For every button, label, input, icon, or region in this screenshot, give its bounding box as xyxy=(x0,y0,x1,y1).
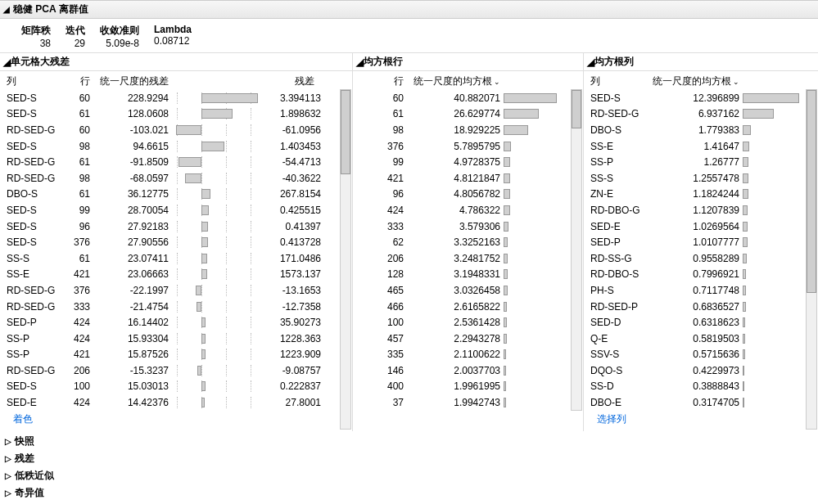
table-row[interactable]: SED-P1.0107777 xyxy=(590,234,815,250)
scrollbar-b[interactable] xyxy=(571,89,582,411)
table-row[interactable]: RD-SED-G61-91.8509-54.4713 xyxy=(7,154,349,170)
table-row[interactable]: RD-SED-G98-68.0597-40.3622 xyxy=(7,170,349,187)
table-row[interactable]: 3333.579306 xyxy=(359,218,580,235)
table-row[interactable]: SED-E1.0269564 xyxy=(590,218,815,235)
value-cell: 4.786322 xyxy=(404,205,500,216)
table-row[interactable]: SSV-S0.5715636 xyxy=(590,347,815,363)
select-cols-link[interactable]: 选择列 xyxy=(590,411,815,430)
table-row[interactable]: 1002.5361428 xyxy=(359,314,580,331)
bar-cell xyxy=(743,124,802,136)
bar-cell xyxy=(743,349,802,360)
col-cell: RD-SS-G xyxy=(590,253,646,264)
table-row[interactable]: 3765.7895795 xyxy=(359,138,580,155)
table-row[interactable]: 1283.1948331 xyxy=(359,267,580,283)
table-row[interactable]: RD-SED-G6.937162 xyxy=(590,106,815,123)
color-link[interactable]: 着色 xyxy=(7,411,349,430)
colA-h1[interactable]: 列 xyxy=(7,74,57,88)
table-row[interactable]: RD-SED-P0.6836527 xyxy=(590,299,815,315)
section-b-header[interactable]: ◢ 均方根行 xyxy=(353,52,583,71)
colC-h2[interactable]: 统一尺度的均方根⌄ xyxy=(646,74,739,88)
scrollbar-a[interactable] xyxy=(340,89,351,430)
colA-h4[interactable]: 残差 xyxy=(257,74,314,88)
table-row[interactable]: DBO-S1.779383 xyxy=(590,122,815,138)
value-cell: 128.0608 xyxy=(90,108,169,119)
table-row[interactable]: 4214.8121847 xyxy=(359,170,580,187)
main-panel-header[interactable]: ◢ 稳健 PCA 离群值 xyxy=(0,1,818,19)
table-row[interactable]: 6040.882071 xyxy=(359,90,580,106)
main-title: 稳健 PCA 离群值 xyxy=(13,2,88,16)
row-cell: 424 xyxy=(57,317,90,328)
table-row[interactable]: 6126.629774 xyxy=(359,106,580,123)
table-row[interactable]: SED-D0.6318623 xyxy=(590,314,815,331)
table-row[interactable]: Q-E0.5819503 xyxy=(590,331,815,347)
table-row[interactable]: PH-S0.7117748 xyxy=(590,282,815,299)
table-row[interactable]: SED-P42416.1440235.90273 xyxy=(7,314,349,331)
table-row[interactable]: SS-P1.26777 xyxy=(590,154,815,170)
table-row[interactable]: RD-SS-G0.9558289 xyxy=(590,250,815,267)
table-row[interactable]: SED-S60228.92943.394113 xyxy=(7,90,349,106)
bar-cell xyxy=(504,141,563,152)
bar-cell xyxy=(743,285,802,296)
table-row[interactable]: RD-SED-G376-22.1997-13.1653 xyxy=(7,282,349,299)
table-row[interactable]: 9818.929225 xyxy=(359,122,580,138)
table-row[interactable]: SS-D0.3888843 xyxy=(590,379,815,395)
table-row[interactable]: 1462.0037703 xyxy=(359,362,580,379)
table-row[interactable]: 4001.9961995 xyxy=(359,379,580,395)
table-row[interactable]: SS-E42123.066631573.137 xyxy=(7,267,349,283)
table-row[interactable]: SED-S10015.030130.222837 xyxy=(7,379,349,395)
section-a-header[interactable]: ◢ 单元格大残差 xyxy=(0,52,352,71)
table-row[interactable]: SS-S6123.07411171.0486 xyxy=(7,250,349,267)
colA-h2[interactable]: 行 xyxy=(57,74,90,88)
table-row[interactable]: 4653.0326458 xyxy=(359,282,580,299)
colB-h1[interactable]: 行 xyxy=(359,74,404,88)
table-row[interactable]: SS-E1.41647 xyxy=(590,138,815,155)
table-row[interactable]: SED-S61128.06081.898632 xyxy=(7,106,349,123)
row-cell: 98 xyxy=(57,173,90,184)
scrollbar-c[interactable] xyxy=(806,89,817,430)
col-cell: PH-S xyxy=(590,285,646,296)
section-c-header[interactable]: ◢ 均方根列 xyxy=(584,52,818,71)
table-row[interactable]: ZN-E1.1824244 xyxy=(590,187,815,203)
value-cell: 2.5361428 xyxy=(404,317,500,328)
table-row[interactable]: 4572.2943278 xyxy=(359,331,580,347)
table-row[interactable]: DBO-E0.3174705 xyxy=(590,394,815,411)
singular-section[interactable]: ▷奇异值 xyxy=(0,484,818,502)
colC-h1[interactable]: 列 xyxy=(590,74,646,88)
colB-h2[interactable]: 统一尺度的均方根⌄ xyxy=(404,74,500,88)
table-row[interactable]: SS-P42415.933041228.363 xyxy=(7,331,349,347)
table-row[interactable]: 2063.2481752 xyxy=(359,250,580,267)
residual-section[interactable]: ▷残差 xyxy=(0,450,818,467)
table-row[interactable]: SED-S9894.66151.403453 xyxy=(7,138,349,155)
table-row[interactable]: 623.3252163 xyxy=(359,234,580,250)
table-row[interactable]: SS-S1.2557478 xyxy=(590,170,815,187)
bar-cell xyxy=(743,333,802,344)
table-row[interactable]: SED-S9928.700540.425515 xyxy=(7,202,349,218)
table-row[interactable]: 3352.1100622 xyxy=(359,347,580,363)
table-row[interactable]: 371.9942743 xyxy=(359,394,580,411)
table-row[interactable]: SED-E42414.4237627.8001 xyxy=(7,394,349,411)
table-row[interactable]: RD-DBO-G1.1207839 xyxy=(590,202,815,218)
value-cell: 28.70054 xyxy=(90,205,169,216)
table-row[interactable]: SED-S9627.921830.41397 xyxy=(7,218,349,235)
table-row[interactable]: 994.9728375 xyxy=(359,154,580,170)
table-row[interactable]: SS-P42115.875261223.909 xyxy=(7,347,349,363)
snapshot-section[interactable]: ▷快照 xyxy=(0,433,818,450)
table-row[interactable]: RD-DBO-S0.7996921 xyxy=(590,267,815,283)
lowrank-section[interactable]: ▷低秩近似 xyxy=(0,467,818,484)
lambda-label: Lambda xyxy=(154,24,192,35)
table-row[interactable]: 4244.786322 xyxy=(359,202,580,218)
bar-cell xyxy=(172,365,260,376)
table-row[interactable]: RD-SED-G206-15.3237-9.08757 xyxy=(7,362,349,379)
table-row[interactable]: DBO-S6136.12775267.8154 xyxy=(7,187,349,203)
table-row[interactable]: SED-S12.396899 xyxy=(590,90,815,106)
table-row[interactable]: SED-S37627.905560.413728 xyxy=(7,234,349,250)
table-row[interactable]: RD-SED-G333-21.4754-12.7358 xyxy=(7,299,349,315)
table-row[interactable]: RD-SED-G60-103.021-61.0956 xyxy=(7,122,349,138)
colA-h3[interactable]: 统一尺度的残差 xyxy=(90,74,169,88)
table-row[interactable]: DQO-S0.4229973 xyxy=(590,362,815,379)
bar-cell xyxy=(743,156,802,168)
table-row[interactable]: 4662.6165822 xyxy=(359,299,580,315)
table-row[interactable]: 964.8056782 xyxy=(359,187,580,203)
col-cell: RD-SED-G xyxy=(7,173,57,184)
row-cell: 100 xyxy=(359,317,404,328)
